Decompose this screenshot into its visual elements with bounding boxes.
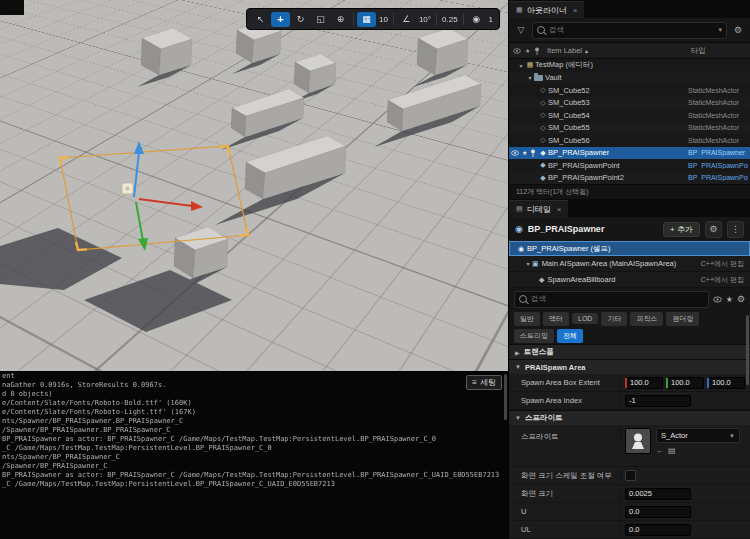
- cube[interactable]: [294, 54, 336, 93]
- outliner-row-type-link[interactable]: BP_PRAISpawnPoint: [688, 162, 748, 169]
- expand-arrow-icon[interactable]: ▾: [517, 62, 525, 69]
- search-placeholder: 검색: [531, 294, 704, 304]
- expand-arrow-icon[interactable]: ▾: [526, 74, 534, 81]
- gear-icon[interactable]: ⚙: [737, 294, 745, 304]
- more-options-icon[interactable]: ⋮: [727, 221, 744, 238]
- outliner-search-input[interactable]: 검색 ▾: [532, 22, 727, 39]
- gizmo-x-axis[interactable]: [139, 199, 203, 211]
- filter-chip-lod[interactable]: LOD: [572, 313, 598, 324]
- log-line: e/Content/Slate/Fonts/Roboto-Light.ttf' …: [0, 408, 508, 417]
- star-icon[interactable]: ★: [525, 47, 530, 54]
- section-transform[interactable]: ▶ 트랜스폼: [509, 344, 750, 359]
- spawner-billboard-sprite[interactable]: [122, 183, 133, 194]
- u-field[interactable]: 0.0: [625, 506, 691, 518]
- box-extent-x-field[interactable]: 100.0: [625, 377, 663, 389]
- scale-tool-icon[interactable]: ◱: [311, 12, 330, 27]
- type-column-header[interactable]: 타입: [691, 46, 706, 56]
- property-row-sprite: 스프라이트 S_Actor ▼ ← ▤: [509, 425, 750, 467]
- filter-icon[interactable]: ▽: [514, 25, 528, 35]
- screen-size-scale-checkbox[interactable]: [625, 470, 636, 481]
- level-icon: ▦: [525, 61, 535, 69]
- grid-snap-icon[interactable]: ▦: [357, 12, 376, 27]
- pin-icon[interactable]: [534, 47, 540, 55]
- expand-arrow-icon[interactable]: ▾: [524, 260, 532, 267]
- outliner-settings-icon[interactable]: ⚙: [731, 25, 745, 35]
- filter-chip-physics[interactable]: 피직스: [630, 312, 663, 326]
- outliner-row-sm-cube56[interactable]: ◇ SM_Cube56 StaticMeshActor: [509, 134, 750, 147]
- eye-icon[interactable]: [513, 48, 521, 54]
- outliner-tabbar: ▦ 아웃라이너 ×: [509, 0, 750, 18]
- close-icon[interactable]: ×: [557, 205, 562, 214]
- outliner-row-bp-praispawnpoint[interactable]: ◆ BP_PRAISpawnPoint BP_PRAISpawnPoint: [509, 159, 750, 172]
- filter-chip-rendering[interactable]: 렌더링: [666, 312, 699, 326]
- world-local-toggle-icon[interactable]: ⊕: [331, 12, 350, 27]
- section-praispawn-area[interactable]: ▼ PRAISpawn Area: [509, 359, 750, 374]
- outliner-row-testmap[interactable]: ▾ ▦ TestMap (에디터): [509, 59, 750, 72]
- toolbar-separator: [436, 13, 437, 25]
- eye-icon[interactable]: [511, 150, 519, 156]
- sprite-asset-dropdown[interactable]: S_Actor ▼: [656, 428, 740, 443]
- outliner-row-sm-cube53[interactable]: ◇ SM_Cube53 StaticMeshActor: [509, 97, 750, 110]
- log-scrollbar[interactable]: [504, 374, 507, 420]
- camera-speed-value[interactable]: 1: [487, 15, 495, 24]
- section-sprite[interactable]: ▼ 스프라이트: [509, 410, 750, 425]
- outliner-row-bp-praispawner[interactable]: ★ ◆ BP_PRAISpawner BP_PRAISpawner: [509, 147, 750, 160]
- component-row-main-aispawn-area[interactable]: ▾ ▣ Main AISpawn Area (MainAISpawnArea) …: [509, 256, 750, 272]
- use-selected-asset-icon[interactable]: ←: [656, 446, 664, 455]
- filter-chip-streaming[interactable]: 스트리밍: [514, 329, 554, 343]
- grid-snap-value[interactable]: 10: [377, 15, 390, 24]
- scale-snap-value[interactable]: 0.25: [440, 15, 460, 24]
- chevron-down-icon[interactable]: ▾: [718, 26, 722, 34]
- outliner-row-type-link[interactable]: BP_PRAISpawner: [688, 149, 748, 156]
- gizmo-z-axis[interactable]: [134, 141, 144, 197]
- filter-chip-general[interactable]: 일반: [514, 312, 540, 326]
- filter-chip-actor[interactable]: 액터: [543, 312, 569, 326]
- rotation-snap-icon[interactable]: ∠: [397, 12, 416, 27]
- outliner-row-sm-cube55[interactable]: ◇ SM_Cube55 StaticMeshActor: [509, 122, 750, 135]
- box-extent-z-field[interactable]: 100.0: [707, 377, 745, 389]
- log-settings-button[interactable]: ≡ 세팅: [466, 375, 502, 390]
- cube[interactable]: [231, 89, 304, 137]
- property-label: 화면 크기 스케일 조절 여부: [509, 471, 621, 481]
- filter-chip-misc[interactable]: 기타: [601, 312, 627, 326]
- tab-outliner[interactable]: ▦ 아웃라이너 ×: [509, 1, 584, 18]
- eye-icon[interactable]: [713, 296, 722, 303]
- sprite-thumbnail[interactable]: [625, 428, 651, 454]
- outliner-row-type-link[interactable]: BP_PRAISpawnPoint: [688, 174, 748, 181]
- details-settings-icon[interactable]: ⚙: [705, 221, 722, 238]
- outliner-column-header[interactable]: ★ Item Label ▲ 타입: [509, 42, 750, 59]
- screen-size-field[interactable]: 0.0025: [625, 488, 691, 500]
- close-icon[interactable]: ×: [573, 6, 578, 15]
- outliner-row-sm-cube52[interactable]: ◇ SM_Cube52 StaticMeshActor: [509, 84, 750, 97]
- spawn-index-field[interactable]: -1: [625, 395, 691, 407]
- output-log-panel[interactable]: ent naGather 0.0916s, StoreResults 0.096…: [0, 371, 508, 539]
- box-extent-y-field[interactable]: 100.0: [666, 377, 704, 389]
- ul-field[interactable]: 0.0: [625, 524, 691, 536]
- tab-details[interactable]: ▤ 디테일 ×: [509, 200, 568, 217]
- details-search-input[interactable]: 검색: [514, 291, 709, 308]
- camera-speed-icon[interactable]: ◉: [467, 12, 486, 27]
- browse-asset-icon[interactable]: ▤: [668, 446, 676, 455]
- toolbar-separator: [393, 13, 394, 25]
- star-icon[interactable]: ★: [522, 149, 527, 156]
- level-viewport[interactable]: ↖ + ↻ ◱ ⊕ ▦ 10 ∠ 10° 0.25 ◉ 1: [0, 0, 508, 371]
- cpp-edit-link[interactable]: C++에서 편집: [701, 259, 744, 269]
- favorite-star-icon[interactable]: ★: [726, 295, 733, 304]
- translate-tool-icon[interactable]: +: [271, 12, 290, 27]
- cpp-edit-link[interactable]: C++에서 편집: [701, 275, 744, 285]
- select-tool-icon[interactable]: ↖: [251, 12, 270, 27]
- pin-icon[interactable]: [530, 149, 536, 157]
- details-scrollbar[interactable]: [746, 315, 749, 385]
- item-label-column-header[interactable]: Item Label: [547, 46, 582, 55]
- gizmo-y-axis[interactable]: [136, 202, 148, 251]
- outliner-row-sm-cube54[interactable]: ◇ SM_Cube54 StaticMeshActor: [509, 109, 750, 122]
- filter-chip-all[interactable]: 전체: [557, 329, 583, 343]
- component-row-spawnareabillboard[interactable]: ◆ SpawnAreaBillboard C++에서 편집: [509, 272, 750, 288]
- rotate-tool-icon[interactable]: ↻: [291, 12, 310, 27]
- outliner-row-vault[interactable]: ▾ Vault: [509, 72, 750, 85]
- row-flags: ★: [511, 149, 536, 157]
- outliner-row-bp-praispawnpoint2[interactable]: ◆ BP_PRAISpawnPoint2 BP_PRAISpawnPoint: [509, 172, 750, 185]
- rotation-snap-value[interactable]: 10°: [417, 15, 433, 24]
- component-row-self[interactable]: ◉ BP_PRAISpawner (셀프): [509, 241, 750, 256]
- add-component-button[interactable]: + 추가: [663, 222, 700, 237]
